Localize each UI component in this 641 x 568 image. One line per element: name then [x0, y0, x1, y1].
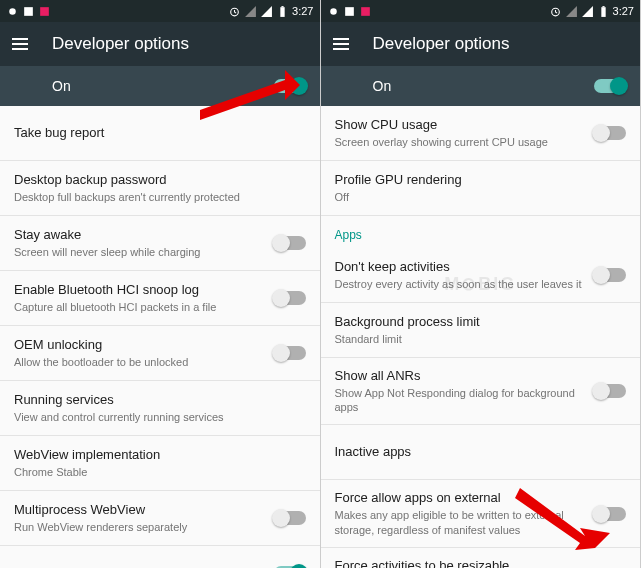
master-toggle-row[interactable]: On — [0, 66, 320, 106]
notif-icon-2 — [343, 5, 356, 18]
svg-rect-1 — [24, 7, 33, 16]
signal-icon — [565, 5, 578, 18]
notif-icon-2 — [22, 5, 35, 18]
battery-icon — [276, 5, 289, 18]
item-running-services[interactable]: Running servicesView and control current… — [0, 381, 320, 436]
item-webview-impl[interactable]: WebView implementationChrome Stable — [0, 436, 320, 491]
switch-force-external[interactable] — [594, 507, 626, 521]
status-bar: 3:27 — [321, 0, 641, 22]
notif-icon-1 — [6, 5, 19, 18]
switch-multiprocess[interactable] — [274, 511, 306, 525]
notif-icon-3 — [359, 5, 372, 18]
item-bg-process[interactable]: Background process limitStandard limit — [321, 303, 641, 358]
app-header: Developer options — [321, 22, 641, 66]
page-title: Developer options — [52, 34, 189, 54]
battery-icon — [597, 5, 610, 18]
switch-cpu[interactable] — [594, 126, 626, 140]
notif-icon-1 — [327, 5, 340, 18]
svg-rect-12 — [602, 6, 604, 7]
svg-rect-9 — [361, 7, 370, 16]
svg-point-0 — [9, 8, 16, 15]
svg-rect-4 — [280, 7, 284, 17]
alarm-icon — [549, 5, 562, 18]
item-force-external[interactable]: Force allow apps on externalMakes any ap… — [321, 480, 641, 547]
master-switch[interactable] — [594, 79, 626, 93]
signal-icon — [244, 5, 257, 18]
phone-left: 3:27 Developer options On Take bug repor… — [0, 0, 321, 568]
item-desktop-backup[interactable]: Desktop backup passwordDesktop full back… — [0, 161, 320, 216]
svg-rect-5 — [281, 6, 283, 7]
switch-anrs[interactable] — [594, 384, 626, 398]
master-switch[interactable] — [274, 79, 306, 93]
item-take-bug-report[interactable]: Take bug report — [0, 106, 320, 161]
item-force-resizable[interactable]: Force activities to be resizableMake all… — [321, 548, 641, 568]
item-multiprocess-webview[interactable]: Multiprocess WebViewRun WebView renderer… — [0, 491, 320, 546]
master-toggle-label: On — [52, 78, 71, 94]
switch-stay-awake[interactable] — [274, 236, 306, 250]
watermark: M⊙BIG — [444, 273, 516, 295]
item-auto-updates[interactable]: Automatic system updates — [0, 546, 320, 568]
switch-oem[interactable] — [274, 346, 306, 360]
app-header: Developer options — [0, 22, 320, 66]
svg-point-7 — [330, 8, 337, 15]
switch-dont-keep[interactable] — [594, 268, 626, 282]
svg-rect-2 — [40, 7, 49, 16]
section-apps: Apps — [321, 216, 641, 248]
menu-icon[interactable] — [333, 38, 349, 50]
item-oem-unlock[interactable]: OEM unlockingAllow the bootloader to be … — [0, 326, 320, 381]
item-stay-awake[interactable]: Stay awakeScreen will never sleep while … — [0, 216, 320, 271]
signal-icon-2 — [581, 5, 594, 18]
svg-rect-11 — [601, 7, 605, 17]
phone-right: 3:27 Developer options On Show CPU usage… — [321, 0, 642, 568]
master-toggle-label: On — [373, 78, 392, 94]
status-bar: 3:27 — [0, 0, 320, 22]
notif-icon-3 — [38, 5, 51, 18]
page-title: Developer options — [373, 34, 510, 54]
item-cpu-usage[interactable]: Show CPU usageScreen overlay showing cur… — [321, 106, 641, 161]
item-profile-gpu[interactable]: Profile GPU renderingOff — [321, 161, 641, 216]
clock: 3:27 — [613, 5, 634, 17]
master-toggle-row[interactable]: On — [321, 66, 641, 106]
alarm-icon — [228, 5, 241, 18]
clock: 3:27 — [292, 5, 313, 17]
menu-icon[interactable] — [12, 38, 28, 50]
signal-icon-2 — [260, 5, 273, 18]
item-show-anrs[interactable]: Show all ANRsShow App Not Responding dia… — [321, 358, 641, 425]
settings-list: Take bug report Desktop backup passwordD… — [0, 106, 320, 568]
svg-rect-8 — [345, 7, 354, 16]
switch-bt-snoop[interactable] — [274, 291, 306, 305]
settings-list: Show CPU usageScreen overlay showing cur… — [321, 106, 641, 568]
item-bt-snoop[interactable]: Enable Bluetooth HCI snoop logCapture al… — [0, 271, 320, 326]
item-inactive-apps[interactable]: Inactive apps — [321, 425, 641, 480]
